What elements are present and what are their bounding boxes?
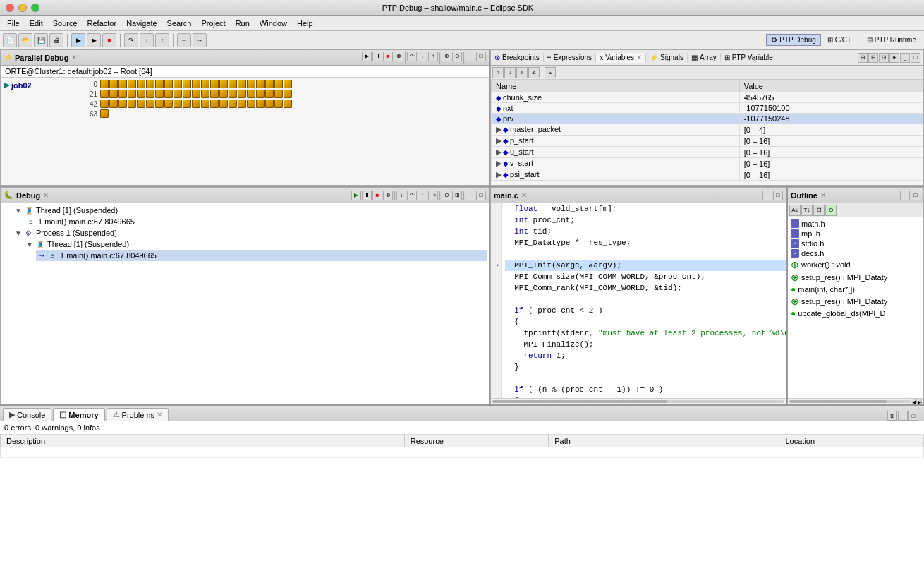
dbg-btn-use-step-filters[interactable]: ⊙ <box>442 191 451 200</box>
menu-project[interactable]: Project <box>197 18 229 29</box>
col-path[interactable]: Path <box>549 435 779 447</box>
proc-btn-0-20[interactable] <box>284 80 292 88</box>
proc-btn-42-17[interactable] <box>256 100 265 108</box>
expand-icon3[interactable]: ▶ <box>496 147 503 157</box>
proc-btn-42-4[interactable] <box>137 100 145 108</box>
proc-btn-21-13[interactable] <box>219 90 228 98</box>
tree-frame1[interactable]: ≡ 1 main() main.c:67 8049665 <box>25 216 487 227</box>
tb-prev[interactable]: ← <box>177 33 191 47</box>
var-tb-show-type[interactable]: T <box>516 67 528 78</box>
proc-btn-21-0[interactable] <box>100 90 109 98</box>
proc-btn-21-7[interactable] <box>164 90 173 98</box>
code-content[interactable]: → <box>491 203 786 398</box>
bottom-ctrl-1[interactable]: ⊞ <box>887 411 897 421</box>
expand-icon2[interactable]: ▶ <box>496 136 503 145</box>
outline-hscroll-track[interactable] <box>789 400 911 403</box>
code-hscrollbar[interactable] <box>491 398 786 404</box>
menu-refactor[interactable]: Refactor <box>83 18 121 29</box>
outline-hscrollbar[interactable]: ◀ ▶ <box>788 398 923 404</box>
proc-btn-42-5[interactable] <box>146 100 154 108</box>
code-hscroll-thumb[interactable] <box>492 400 667 403</box>
menu-window[interactable]: Window <box>255 18 291 29</box>
proc-btn-0-3[interactable] <box>128 80 136 88</box>
code-editor-close[interactable]: ✕ <box>521 191 527 199</box>
proc-btn-21-20[interactable] <box>284 90 292 98</box>
outline-min[interactable]: _ <box>900 191 910 200</box>
proc-btn-0-0[interactable] <box>100 80 109 88</box>
tree-frame2[interactable]: → ≡ 1 main() main.c:67 8049665 <box>36 250 487 261</box>
proc-btn-42-6[interactable] <box>155 100 164 108</box>
proc-btn-0-13[interactable] <box>219 80 228 88</box>
proc-btn-42-19[interactable] <box>274 100 283 108</box>
menu-file[interactable]: File <box>3 18 24 29</box>
col-description[interactable]: Description <box>1 435 405 447</box>
proc-btn-0-17[interactable] <box>256 80 265 88</box>
proc-btn-21-18[interactable] <box>265 90 274 98</box>
proc-btn-21-11[interactable] <box>201 90 209 98</box>
outline-main[interactable]: ● main(int, char*[]) <box>789 284 922 295</box>
proc-btn-42-9[interactable] <box>183 100 191 108</box>
proc-btn-0-12[interactable] <box>210 80 219 88</box>
window-controls[interactable] <box>6 4 39 12</box>
proc-btn-21-19[interactable] <box>274 90 283 98</box>
proc-btn-0-16[interactable] <box>247 80 255 88</box>
proc-btn-42-13[interactable] <box>219 100 228 108</box>
tb-step-into[interactable]: ↓ <box>140 33 154 47</box>
outline-mpi-h[interactable]: H mpi.h <box>789 229 922 239</box>
tab-problems[interactable]: ⚠ Problems ✕ <box>107 408 169 421</box>
perspective-ptp-debug[interactable]: ⚙ PTP Debug <box>766 34 821 46</box>
thread-expand2[interactable]: ▼ <box>26 241 33 248</box>
menu-edit[interactable]: Edit <box>25 18 47 29</box>
tab-ptp-variable[interactable]: ⊞ PTP Variable <box>721 53 777 62</box>
tb-step-return[interactable]: ↑ <box>155 33 169 47</box>
proc-btn-42-0[interactable] <box>100 100 109 108</box>
code-lines[interactable]: float vold_start[m]; int proc_cnt; int t… <box>502 203 786 398</box>
proc-btn-42-7[interactable] <box>164 100 173 108</box>
dbg-btn-step-over[interactable]: ↷ <box>407 191 417 200</box>
tab-variables[interactable]: x Variables ✕ <box>596 53 646 63</box>
tab-expressions[interactable]: ≡ Expressions <box>544 53 596 62</box>
pd-btn-min[interactable]: _ <box>466 52 475 61</box>
pd-btn-max[interactable]: □ <box>476 52 486 61</box>
outline-scroll-right[interactable]: ▶ <box>916 399 922 404</box>
var-row-u-start[interactable]: ▶◆u_start [0 – 16] <box>492 147 923 158</box>
outline-setup-res2[interactable]: ⊕ setup_res() : MPI_Dataty <box>789 295 922 308</box>
variables-tab-close[interactable]: ✕ <box>636 54 642 61</box>
proc-btn-42-20[interactable] <box>284 100 292 108</box>
tab-array[interactable]: ▦ Array <box>688 53 721 62</box>
dbg-btn-cpu[interactable]: ⊞ <box>452 191 462 200</box>
process-expand1[interactable]: ▼ <box>15 229 22 237</box>
proc-btn-21-1[interactable] <box>109 90 118 98</box>
outline-math-h[interactable]: H math.h <box>789 219 922 229</box>
outline-scroll-left[interactable]: ◀ <box>911 399 916 404</box>
proc-btn-21-5[interactable] <box>146 90 154 98</box>
problems-tab-close[interactable]: ✕ <box>157 411 162 419</box>
proc-btn-21-2[interactable] <box>118 90 127 98</box>
dbg-btn-pause[interactable]: ⏸ <box>362 191 372 200</box>
proc-btn-42-2[interactable] <box>118 100 127 108</box>
outline-decs-h[interactable]: H decs.h <box>789 248 922 258</box>
var-tb-expand[interactable]: ↓ <box>504 67 516 78</box>
var-row-chunk-size[interactable]: ◆chunk_size 4545765 <box>492 92 923 103</box>
outline-hide-fields[interactable]: ⊟ <box>813 205 825 216</box>
var-tb-collapse[interactable]: ↑ <box>492 67 504 78</box>
pd-btn-step-ret[interactable]: ↑ <box>428 52 438 61</box>
outline-close[interactable]: ✕ <box>820 191 826 199</box>
dbg-btn-max[interactable]: □ <box>476 191 486 200</box>
proc-btn-42-1[interactable] <box>109 100 118 108</box>
proc-btn-0-2[interactable] <box>118 80 127 88</box>
proc-btn-0-11[interactable] <box>201 80 209 88</box>
expand-icon4[interactable]: ▶ <box>496 159 503 168</box>
proc-btn-0-19[interactable] <box>274 80 283 88</box>
proc-btn-0-15[interactable] <box>238 80 246 88</box>
proc-btn-21-4[interactable] <box>137 90 145 98</box>
thread-expand1[interactable]: ▼ <box>15 207 22 215</box>
dbg-btn-disconnect[interactable]: ⊗ <box>383 191 393 200</box>
perspective-ptp-runtime[interactable]: ⊞ PTP Runtime <box>862 34 921 46</box>
var-ctrl-min[interactable]: _ <box>900 53 910 63</box>
menu-source[interactable]: Source <box>49 18 82 29</box>
code-hscroll-track[interactable] <box>492 400 784 403</box>
dbg-btn-step-into[interactable]: ↓ <box>396 191 406 200</box>
pd-btn-suspend[interactable]: ⏸ <box>372 52 382 61</box>
proc-btn-42-18[interactable] <box>265 100 274 108</box>
